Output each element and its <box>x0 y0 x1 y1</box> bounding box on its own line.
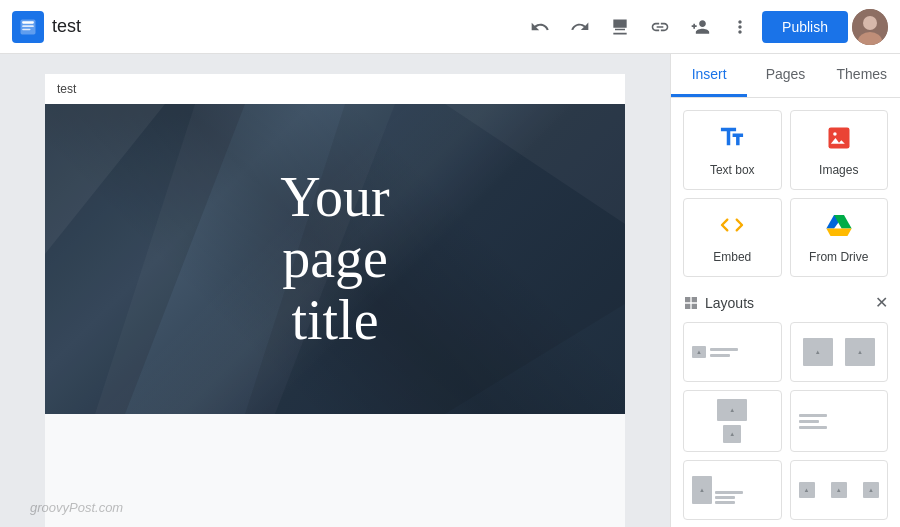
tab-pages[interactable]: Pages <box>747 54 823 97</box>
insert-embed[interactable]: Embed <box>683 198 782 277</box>
layout-line-sm <box>710 354 730 357</box>
app-header: test Publish <box>0 0 900 54</box>
svg-point-5 <box>863 16 877 30</box>
layout-img-l <box>803 338 833 366</box>
panel-content: Text box Images Embed <box>671 98 900 527</box>
svg-rect-12 <box>828 127 849 148</box>
add-person-button[interactable] <box>682 9 718 45</box>
watermark: groovyPost.com <box>30 500 123 515</box>
layout-img-bot <box>723 425 741 443</box>
page-hero[interactable]: Yourpagetitle <box>45 104 625 414</box>
canvas-area: test Yourpagetitle groovyPost.com <box>0 54 670 527</box>
layout-lx2 <box>715 496 735 499</box>
layout-lx1 <box>715 491 743 494</box>
svg-rect-1 <box>22 21 34 24</box>
layout-line3 <box>799 426 827 429</box>
images-icon <box>825 124 853 157</box>
doc-title[interactable]: test <box>52 16 514 37</box>
undo-button[interactable] <box>522 9 558 45</box>
layout-img-top <box>717 399 747 421</box>
layouts-header-left: Layouts <box>683 295 754 311</box>
header-actions: Publish <box>522 9 888 45</box>
avatar[interactable] <box>852 9 888 45</box>
insert-images[interactable]: Images <box>790 110 889 190</box>
layouts-icon <box>683 295 699 311</box>
layout-img-a <box>692 476 712 504</box>
textbox-label: Text box <box>710 163 755 177</box>
svg-marker-10 <box>445 104 625 224</box>
layouts-header: Layouts ✕ <box>683 293 888 312</box>
publish-button[interactable]: Publish <box>762 11 848 43</box>
layout-card-3[interactable] <box>683 390 782 452</box>
insert-grid: Text box Images Embed <box>683 110 888 277</box>
main-layout: test Yourpagetitle groovyPost.com Insert… <box>0 54 900 527</box>
insert-drive[interactable]: From Drive <box>790 198 889 277</box>
page-header-bar: test <box>45 74 625 104</box>
lc-sm3 <box>863 482 879 498</box>
page-header-label: test <box>57 82 76 96</box>
layout-lx3 <box>715 501 735 504</box>
layouts-grid <box>683 322 888 520</box>
panel-tabs: Insert Pages Themes <box>671 54 900 98</box>
layouts-title: Layouts <box>705 295 754 311</box>
svg-rect-2 <box>22 25 34 27</box>
layout-line2 <box>799 420 819 423</box>
layout-card-6[interactable] <box>790 460 889 520</box>
layout-line <box>710 348 738 351</box>
layout-card-4[interactable] <box>790 390 889 452</box>
layouts-close-icon[interactable]: ✕ <box>875 293 888 312</box>
drive-icon <box>825 211 853 244</box>
drive-label: From Drive <box>809 250 868 264</box>
preview-button[interactable] <box>602 9 638 45</box>
page-canvas: test Yourpagetitle <box>45 74 625 527</box>
textbox-icon <box>718 123 746 157</box>
svg-rect-3 <box>22 28 30 30</box>
layout-line1 <box>799 414 827 417</box>
images-label: Images <box>819 163 858 177</box>
tab-insert[interactable]: Insert <box>671 54 747 97</box>
tab-themes[interactable]: Themes <box>824 54 900 97</box>
layout-card-5[interactable] <box>683 460 782 520</box>
link-button[interactable] <box>642 9 678 45</box>
lc-sm2 <box>831 482 847 498</box>
right-panel: Insert Pages Themes Text box <box>670 54 900 527</box>
svg-marker-7 <box>45 104 245 414</box>
app-icon <box>12 11 44 43</box>
lc-sm1 <box>799 482 815 498</box>
layout-img <box>692 346 706 358</box>
page-footer <box>45 414 625 527</box>
layout-img-r <box>845 338 875 366</box>
embed-label: Embed <box>713 250 751 264</box>
layout-card-1[interactable] <box>683 322 782 382</box>
hero-title: Yourpagetitle <box>280 167 389 352</box>
insert-textbox[interactable]: Text box <box>683 110 782 190</box>
svg-marker-11 <box>45 104 165 254</box>
embed-icon <box>718 211 746 244</box>
redo-button[interactable] <box>562 9 598 45</box>
svg-point-13 <box>833 132 837 136</box>
layout-card-2[interactable] <box>790 322 889 382</box>
more-options-button[interactable] <box>722 9 758 45</box>
